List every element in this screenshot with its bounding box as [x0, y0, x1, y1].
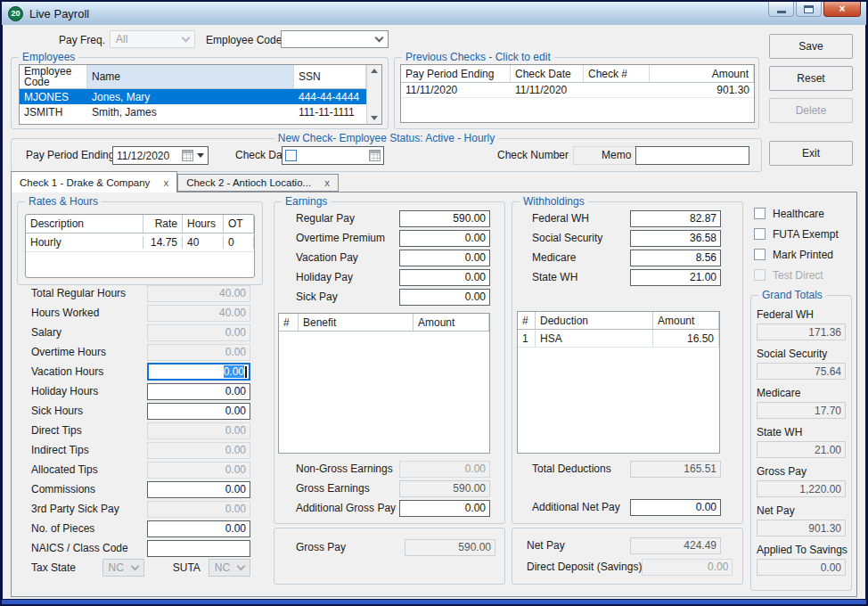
pay-period-ending-datepicker[interactable]: 11/12/2020 — [112, 146, 209, 165]
holiday-pay-input[interactable] — [399, 269, 490, 286]
reset-button[interactable]: Reset — [769, 66, 853, 91]
tab-label: Check 2 - Antioch Locatio... — [186, 177, 311, 188]
employee-row-selected[interactable]: MJONES Jones, Mary 444-44-4444 — [20, 89, 366, 104]
commissions-input[interactable] — [147, 481, 250, 498]
gt-gross-pay — [757, 480, 846, 497]
employee-row[interactable]: JSMITH Smith, James 111-11-1111 — [20, 104, 366, 119]
column-header-deduction: Deduction — [536, 312, 653, 329]
withholdings-section: Withholdings Federal WH Social Security … — [512, 201, 743, 524]
previous-checks-title: Previous Checks - Click to edit — [402, 51, 554, 64]
check-date-datepicker[interactable] — [282, 146, 384, 165]
naics-class-code-input[interactable] — [147, 540, 250, 557]
check-date-checkbox[interactable] — [285, 150, 297, 161]
exit-button[interactable]: Exit — [769, 141, 853, 166]
tab-check-1[interactable]: Check 1 - Drake & Company x — [11, 171, 177, 192]
healthcare-checkbox[interactable] — [754, 208, 766, 219]
previous-check-row[interactable]: 11/11/2020 11/11/2020 901.30 — [401, 83, 754, 98]
healthcare-label: Healthcare — [773, 208, 824, 220]
column-header-ssn[interactable]: SSN — [294, 65, 366, 88]
close-button[interactable]: × — [823, 2, 861, 17]
grand-total-item: Federal WH — [757, 308, 846, 340]
maximize-icon — [804, 5, 814, 13]
direct-tips-input — [147, 422, 250, 439]
mark-printed-option[interactable]: Mark Printed — [754, 244, 839, 265]
medicare-input[interactable] — [630, 250, 721, 266]
new-check-section: New Check- Employee Status: Active - Hou… — [11, 138, 762, 172]
vacation-hours-label: Vacation Hours — [17, 365, 147, 378]
regular-pay-input[interactable] — [399, 210, 490, 227]
calendar-icon — [182, 150, 193, 161]
sick-hours-input[interactable] — [147, 403, 250, 420]
grand-total-item: Applied To Savings — [757, 544, 846, 576]
futa-exempt-checkbox[interactable] — [754, 228, 766, 240]
overtime-premium-label: Overtime Premium — [282, 232, 399, 244]
federal-wh-input[interactable] — [630, 210, 721, 227]
column-header-check-number: Check # — [584, 65, 650, 82]
state-wh-input[interactable] — [630, 269, 721, 286]
column-header-number: # — [518, 312, 536, 329]
pay-period-ending-value: 11/12/2020 — [117, 150, 178, 162]
overtime-premium-input[interactable] — [399, 230, 490, 247]
previous-checks-section: Previous Checks - Click to edit Pay Peri… — [394, 57, 759, 129]
check-flags: Healthcare FUTA Exempt Mark Printed Test… — [754, 203, 839, 285]
scroll-up-icon[interactable] — [371, 69, 378, 73]
app-icon: 20 — [8, 6, 23, 21]
check-detail-panel: Rates & Hours Description Rate Hours OT … — [11, 192, 857, 597]
mark-printed-checkbox[interactable] — [754, 249, 766, 260]
grand-total-item: Net Pay — [757, 504, 846, 536]
column-header-employee-code[interactable]: Employee Code — [20, 65, 87, 88]
vacation-hours-input-focused[interactable]: 0.00 — [147, 363, 250, 381]
tab-check-2[interactable]: Check 2 - Antioch Locatio... x — [177, 174, 339, 192]
window-title: Live Payroll — [29, 7, 89, 20]
earnings-title: Earnings — [282, 195, 331, 209]
employee-code-dropdown[interactable] — [281, 30, 389, 48]
hours-worked-input — [147, 305, 250, 322]
sick-pay-input[interactable] — [399, 289, 490, 306]
rate-row[interactable]: Hourly 14.75 40 0 — [26, 233, 254, 252]
futa-exempt-option[interactable]: FUTA Exempt — [754, 224, 839, 244]
scroll-down-icon[interactable] — [371, 116, 378, 120]
federal-wh-label: Federal WH — [520, 212, 630, 225]
non-gross-earnings-input — [399, 461, 490, 478]
text-caret — [245, 366, 247, 378]
tab-close-icon[interactable]: x — [163, 177, 168, 188]
holiday-hours-input[interactable] — [147, 383, 250, 400]
third-party-sick-pay-input — [147, 501, 250, 518]
healthcare-option[interactable]: Healthcare — [754, 203, 839, 224]
vacation-pay-input[interactable] — [399, 250, 490, 266]
test-direct-option: Test Direct — [754, 265, 839, 285]
tab-close-icon[interactable]: x — [324, 177, 330, 188]
title-bar[interactable]: 20 Live Payroll — [2, 2, 866, 25]
total-deductions-input — [630, 461, 721, 478]
gt-social-security — [757, 363, 846, 380]
employees-section: Employees Employee Code Name SSN MJONES … — [11, 57, 389, 129]
employee-code-label: Employee Code — [206, 34, 282, 46]
social-security-input[interactable] — [630, 230, 721, 247]
maximize-button[interactable] — [796, 2, 822, 17]
memo-input[interactable] — [635, 146, 749, 165]
column-header-name[interactable]: Name — [87, 65, 294, 88]
gross-pay-input — [405, 539, 495, 556]
hours-fields: Total Regular Hours Hours Worked Salary … — [17, 283, 250, 577]
state-wh-label: State WH — [520, 271, 630, 283]
deduction-row[interactable]: 1 HSA 16.50 — [518, 330, 719, 348]
column-header-number: # — [279, 314, 299, 331]
employees-table-header: Employee Code Name SSN — [20, 65, 366, 89]
hours-worked-label: Hours Worked — [17, 307, 147, 319]
additional-net-pay-input[interactable] — [630, 499, 721, 516]
employees-section-title: Employees — [19, 51, 78, 64]
minimize-icon — [777, 11, 786, 13]
non-gross-earnings-label: Non-Gross Earnings — [282, 463, 399, 475]
save-button[interactable]: Save — [769, 34, 853, 59]
gt-applied-to-savings — [757, 559, 846, 576]
no-of-pieces-input[interactable] — [147, 520, 250, 537]
gross-earnings-input — [399, 480, 490, 497]
earnings-section: Earnings Regular Pay Overtime Premium Va… — [274, 201, 505, 524]
minimize-button[interactable] — [768, 2, 794, 17]
medicare-label: Medicare — [520, 251, 630, 264]
employees-scrollbar[interactable] — [366, 65, 381, 124]
sick-pay-label: Sick Pay — [282, 291, 399, 303]
gross-earnings-label: Gross Earnings — [282, 482, 399, 495]
net-pay-label: Net Pay — [520, 539, 630, 552]
additional-gross-pay-input[interactable] — [399, 500, 490, 517]
